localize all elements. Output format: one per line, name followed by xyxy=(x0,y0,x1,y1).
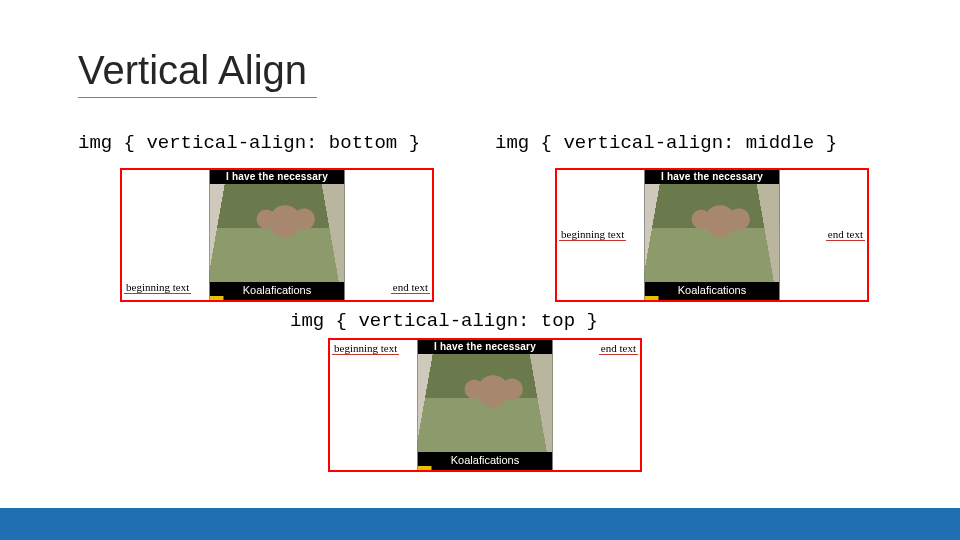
label-end-text: end text xyxy=(826,229,865,241)
meme-tag-icon xyxy=(645,296,659,300)
meme-image-icon: I have the necessary Koalafications xyxy=(210,170,345,300)
meme-image-icon: I have the necessary Koalafications xyxy=(418,340,553,470)
footer-bar xyxy=(0,508,960,540)
label-end-text: end text xyxy=(599,343,638,355)
label-beginning-text: beginning text xyxy=(559,229,626,241)
meme-image-icon: I have the necessary Koalafications xyxy=(645,170,780,300)
meme-top-text: I have the necessary xyxy=(418,341,553,352)
demo-box-middle: beginning text I have the necessary Koal… xyxy=(555,168,869,302)
meme-bottom-text: Koalafications xyxy=(645,284,780,296)
koala-photo-icon xyxy=(418,354,553,452)
meme-top-text: I have the necessary xyxy=(645,171,780,182)
label-beginning-text: beginning text xyxy=(124,282,191,294)
demo-box-top: beginning text I have the necessary Koal… xyxy=(328,338,642,472)
meme-tag-icon xyxy=(418,466,432,470)
meme-tag-icon xyxy=(210,296,224,300)
label-beginning-text: beginning text xyxy=(332,343,399,355)
slide: Vertical Align img { vertical-align: bot… xyxy=(0,0,960,540)
meme-bottom-text: Koalafications xyxy=(210,284,345,296)
koala-photo-icon xyxy=(210,184,345,282)
code-caption-bottom: img { vertical-align: bottom } xyxy=(78,132,420,154)
code-caption-top: img { vertical-align: top } xyxy=(290,310,598,332)
slide-title: Vertical Align xyxy=(78,48,317,98)
demo-box-bottom: beginning text I have the necessary Koal… xyxy=(120,168,434,302)
koala-photo-icon xyxy=(645,184,780,282)
meme-bottom-text: Koalafications xyxy=(418,454,553,466)
code-caption-middle: img { vertical-align: middle } xyxy=(495,132,837,154)
meme-top-text: I have the necessary xyxy=(210,171,345,182)
label-end-text: end text xyxy=(391,282,430,294)
